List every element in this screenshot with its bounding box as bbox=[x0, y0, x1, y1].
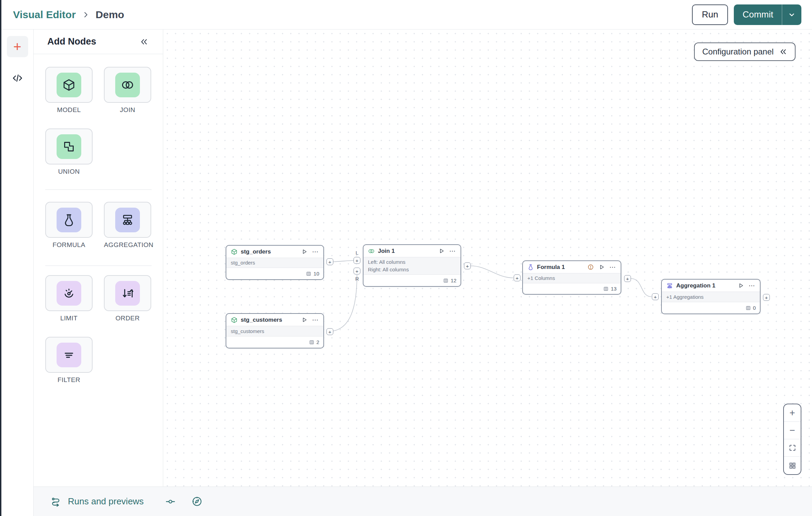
more-menu-icon[interactable]: ⋯ bbox=[449, 249, 456, 253]
node-body-line: Right: All columns bbox=[368, 266, 456, 273]
runs-and-previews-label: Runs and previews bbox=[68, 496, 144, 507]
play-icon[interactable] bbox=[301, 248, 308, 255]
collapse-panel-button[interactable] bbox=[140, 37, 148, 46]
tile-box bbox=[45, 67, 93, 103]
warning-icon bbox=[587, 264, 594, 270]
panel-divider bbox=[45, 189, 152, 190]
cube-icon bbox=[231, 317, 238, 323]
node-aggregation-1[interactable]: Aggregation 1 ⋯ +1 Aggregations 0 bbox=[661, 279, 761, 314]
tile-box bbox=[45, 202, 93, 238]
grid-icon bbox=[788, 462, 797, 470]
join-right-port-label: R bbox=[355, 276, 359, 282]
tile-label: LIMIT bbox=[45, 315, 93, 322]
port-formula-input[interactable]: + bbox=[514, 274, 521, 281]
tile-box bbox=[104, 67, 151, 103]
node-body: +1 Columns bbox=[523, 273, 621, 283]
hierarchy-icon bbox=[666, 282, 673, 289]
port-formula-output[interactable]: + bbox=[624, 275, 631, 282]
node-header: Join 1 ⋯ bbox=[363, 245, 461, 257]
node-header: Aggregation 1 ⋯ bbox=[662, 280, 760, 292]
sort-arrows-icon bbox=[115, 281, 140, 306]
runs-and-previews-button[interactable]: Runs and previews bbox=[50, 496, 144, 507]
breadcrumb: Visual Editor Demo bbox=[13, 9, 124, 21]
node-body: stg_orders bbox=[226, 258, 323, 268]
more-menu-icon[interactable]: ⋯ bbox=[312, 318, 319, 322]
top-bar: Visual Editor Demo Run Commit bbox=[1, 0, 812, 29]
tile-box bbox=[45, 275, 93, 311]
tile-label: FILTER bbox=[45, 376, 93, 384]
zoom-out-button[interactable]: − bbox=[784, 422, 801, 439]
flask-icon bbox=[57, 208, 81, 232]
column-count: 2 bbox=[317, 339, 319, 345]
compass-icon[interactable] bbox=[191, 496, 203, 507]
node-tile-order[interactable]: ORDER bbox=[104, 275, 151, 322]
node-stg-orders[interactable]: stg_orders ⋯ stg_orders 10 bbox=[226, 245, 324, 280]
node-body: stg_customers bbox=[226, 326, 323, 336]
columns-icon bbox=[443, 278, 449, 283]
breadcrumb-chevron-icon bbox=[82, 11, 89, 19]
port-stg-customers-output[interactable]: + bbox=[326, 328, 333, 335]
zoom-in-button[interactable]: + bbox=[784, 404, 801, 422]
tile-label: AGGREGATION bbox=[104, 241, 151, 249]
window-edge bbox=[0, 0, 1, 516]
cube-icon bbox=[57, 73, 81, 97]
node-body-line: +1 Aggregations bbox=[666, 294, 755, 300]
node-body-line: Left: All columns bbox=[368, 259, 456, 266]
play-icon[interactable] bbox=[301, 317, 308, 323]
tile-label: MODEL bbox=[45, 106, 93, 114]
play-icon[interactable] bbox=[438, 248, 445, 254]
breadcrumb-current-page: Demo bbox=[96, 9, 124, 21]
run-button[interactable]: Run bbox=[692, 4, 728, 25]
more-menu-icon[interactable]: ⋯ bbox=[312, 250, 319, 254]
node-tile-formula[interactable]: FORMULA bbox=[45, 202, 93, 249]
node-tile-union[interactable]: UNION bbox=[45, 128, 93, 175]
commit-node-icon[interactable] bbox=[165, 496, 176, 507]
commit-split-button: Commit bbox=[734, 4, 801, 25]
port-aggregation-input[interactable]: + bbox=[652, 293, 659, 300]
node-stg-customers[interactable]: stg_customers ⋯ stg_customers 2 bbox=[226, 313, 324, 348]
port-stg-orders-output[interactable]: + bbox=[326, 258, 333, 265]
columns-icon bbox=[309, 340, 314, 345]
node-join-1[interactable]: Join 1 ⋯ Left: All columns Right: All co… bbox=[363, 244, 461, 287]
node-body-line: stg_orders bbox=[231, 259, 319, 266]
chevron-double-left-icon bbox=[140, 37, 148, 46]
node-title: Formula 1 bbox=[537, 264, 584, 271]
commit-dropdown-button[interactable] bbox=[782, 4, 801, 25]
join-left-port-label: L bbox=[356, 250, 358, 256]
code-view-button[interactable] bbox=[11, 72, 24, 84]
commit-button[interactable]: Commit bbox=[734, 4, 782, 25]
tile-box bbox=[45, 337, 93, 373]
add-button[interactable]: + bbox=[7, 36, 28, 57]
column-count: 13 bbox=[611, 286, 617, 292]
node-header: stg_orders ⋯ bbox=[226, 246, 323, 258]
port-join-left-input[interactable]: + bbox=[354, 257, 360, 264]
node-body: Left: All columns Right: All columns bbox=[363, 257, 461, 275]
play-icon[interactable] bbox=[738, 282, 744, 289]
node-tile-model[interactable]: MODEL bbox=[45, 67, 93, 114]
node-tile-filter[interactable]: FILTER bbox=[45, 337, 93, 384]
fit-view-button[interactable] bbox=[784, 439, 801, 457]
more-menu-icon[interactable]: ⋯ bbox=[749, 284, 755, 287]
grid-layout-button[interactable] bbox=[784, 457, 801, 474]
bottom-bar: Runs and previews bbox=[34, 487, 812, 516]
column-count: 0 bbox=[753, 305, 756, 311]
join-circles-icon bbox=[368, 248, 375, 255]
node-tile-limit[interactable]: LIMIT bbox=[45, 275, 93, 322]
more-menu-icon[interactable]: ⋯ bbox=[609, 266, 616, 269]
node-tile-join[interactable]: JOIN bbox=[104, 67, 151, 114]
tile-box bbox=[104, 202, 151, 238]
configuration-panel-button[interactable]: Configuration panel bbox=[694, 42, 796, 61]
topbar-actions: Run Commit bbox=[692, 4, 801, 25]
node-footer: 10 bbox=[226, 268, 323, 279]
port-aggregation-output[interactable]: + bbox=[763, 294, 770, 301]
node-formula-1[interactable]: Formula 1 ⋯ +1 Columns 13 bbox=[522, 260, 621, 295]
node-tile-aggregation[interactable]: AGGREGATION bbox=[104, 202, 151, 249]
port-join-right-input[interactable]: + bbox=[354, 268, 360, 274]
node-footer: 12 bbox=[363, 275, 461, 286]
node-title: stg_orders bbox=[241, 248, 298, 255]
flask-icon bbox=[527, 264, 534, 270]
port-join-output[interactable]: + bbox=[464, 262, 471, 269]
tool-rail: + bbox=[1, 29, 34, 516]
breadcrumb-visual-editor-link[interactable]: Visual Editor bbox=[13, 9, 76, 21]
play-icon[interactable] bbox=[598, 264, 605, 270]
